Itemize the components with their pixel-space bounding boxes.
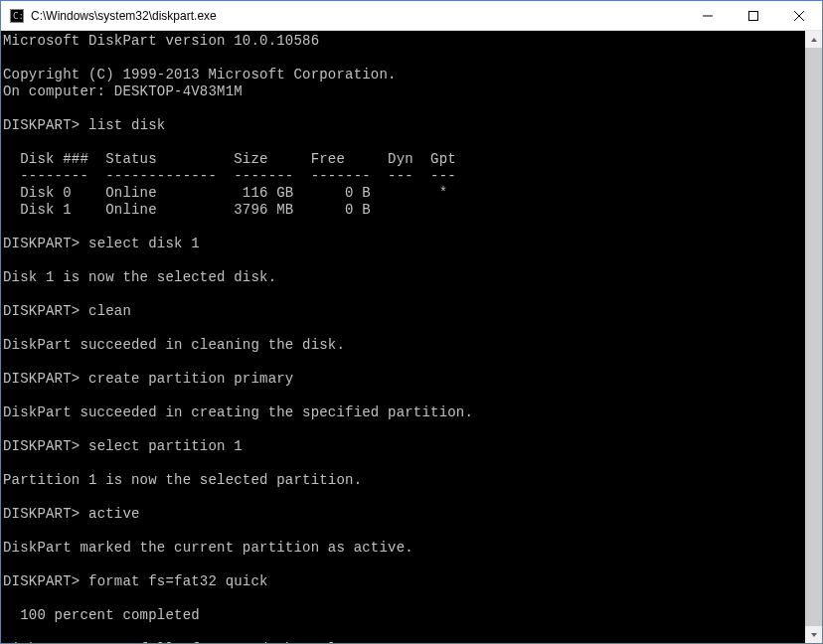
resp-clean-ok: DiskPart succeeded in cleaning the disk. [3, 337, 345, 353]
window-controls [685, 1, 822, 30]
cmd-active: active [88, 506, 140, 522]
svg-marker-6 [811, 38, 817, 42]
prompt: DISKPART> [3, 371, 80, 387]
cmd-select-partition: select partition 1 [88, 438, 243, 454]
prompt: DISKPART> [3, 236, 80, 251]
maximize-button[interactable] [731, 1, 776, 30]
terminal-output[interactable]: Microsoft DiskPart version 10.0.10586 Co… [1, 31, 805, 643]
prompt: DISKPART> [3, 573, 80, 589]
scrollbar-track[interactable] [805, 48, 822, 626]
scrollbar-thumb[interactable] [805, 48, 822, 626]
svg-text:C:: C: [13, 11, 24, 21]
minimize-button[interactable] [685, 1, 731, 30]
disk-table-divider: -------- ------------- ------- ------- -… [3, 168, 456, 184]
computer-line: On computer: DESKTOP-4V83M1M [3, 83, 243, 99]
prompt: DISKPART> [3, 117, 80, 133]
prompt: DISKPART> [3, 303, 80, 319]
prompt: DISKPART> [3, 506, 80, 522]
prompt: DISKPART> [3, 438, 80, 454]
close-button[interactable] [776, 1, 822, 30]
cmd-select-disk: select disk 1 [88, 236, 200, 251]
resp-partition-selected: Partition 1 is now the selected partitio… [3, 472, 362, 488]
resp-active-ok: DiskPart marked the current partition as… [3, 540, 413, 556]
svg-marker-7 [811, 633, 817, 637]
window-title: C:\Windows\system32\diskpart.exe [31, 9, 685, 23]
vertical-scrollbar[interactable] [805, 31, 822, 643]
scroll-up-button[interactable] [805, 31, 822, 48]
cmd-create-partition: create partition primary [88, 371, 293, 387]
client-area: Microsoft DiskPart version 10.0.10586 Co… [1, 31, 822, 643]
resp-format-ok: DiskPart successfully formatted the volu… [3, 641, 371, 643]
resp-disk-selected: Disk 1 is now the selected disk. [3, 269, 276, 285]
version-line: Microsoft DiskPart version 10.0.10586 [3, 33, 319, 49]
svg-rect-3 [749, 11, 758, 20]
app-icon: C: [9, 8, 25, 24]
disk-table-header: Disk ### Status Size Free Dyn Gpt [3, 151, 456, 167]
resp-partition-created: DiskPart succeeded in creating the speci… [3, 404, 473, 420]
cmd-format: format fs=fat32 quick [88, 573, 268, 589]
resp-progress: 100 percent completed [3, 607, 200, 623]
copyright-line: Copyright (C) 1999-2013 Microsoft Corpor… [3, 67, 397, 82]
cmd-clean: clean [88, 303, 131, 319]
window: C: C:\Windows\system32\diskpart.exe Micr… [0, 0, 823, 644]
disk-table-row: Disk 1 Online 3796 MB 0 B [3, 202, 371, 218]
disk-table-row: Disk 0 Online 116 GB 0 B * [3, 185, 447, 201]
cmd-list-disk: list disk [88, 117, 165, 133]
scroll-down-button[interactable] [805, 626, 822, 643]
title-bar[interactable]: C: C:\Windows\system32\diskpart.exe [1, 1, 822, 31]
